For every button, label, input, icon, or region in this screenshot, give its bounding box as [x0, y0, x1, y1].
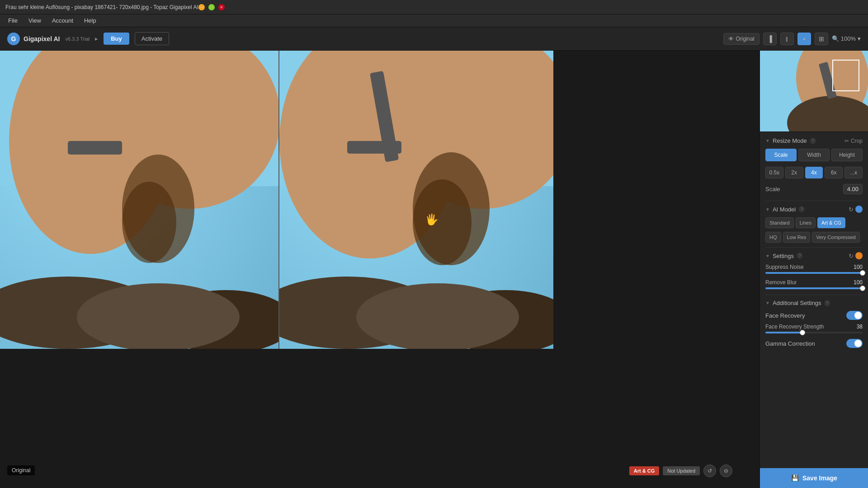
crop-button[interactable]: ✂ Crop: [844, 138, 863, 144]
divider-2: [765, 247, 863, 248]
remove-blur-thumb[interactable]: [860, 286, 865, 291]
canvas-before: [0, 51, 278, 349]
maximize-button[interactable]: □: [208, 4, 215, 10]
eye-icon: 👁: [728, 36, 734, 42]
ai-model-arrow[interactable]: ▼: [765, 207, 770, 212]
model-standard[interactable]: Standard: [765, 217, 794, 228]
app-version: v6.3.3 Trial: [65, 36, 90, 42]
ai-model-help[interactable]: ?: [798, 206, 805, 212]
original-label: Original: [736, 36, 754, 42]
menu-file[interactable]: File: [4, 15, 22, 26]
activate-button[interactable]: Activate: [135, 32, 169, 45]
thumbnail-viewport-box: [832, 60, 859, 91]
scale-4x[interactable]: 4x: [805, 167, 823, 178]
titlebar-title: Frau sehr kleine Auflösung - pixabay 186…: [5, 4, 198, 10]
ai-model-label: AI Model: [773, 206, 796, 213]
suppress-noise-slider[interactable]: [765, 272, 863, 274]
model-lines[interactable]: Lines: [796, 217, 816, 228]
menu-account[interactable]: Account: [47, 15, 78, 26]
quality-tab-group: HQ Low Res Very Compressed: [765, 232, 863, 243]
scale-tab-width[interactable]: Width: [798, 149, 830, 161]
compare-action-1[interactable]: ↺: [703, 465, 716, 477]
scale-2x[interactable]: 2x: [785, 167, 803, 178]
logo-icon: G: [7, 33, 20, 45]
right-panel: ▼ Resize Mode ? ✂ Crop Scale Width Heigh…: [760, 51, 868, 488]
save-image-button[interactable]: 💾 Save Image: [760, 468, 868, 488]
topbar: G Gigapixel AI v6.3.3 Trial ▸ Buy Activa…: [0, 27, 868, 51]
model-art-cg[interactable]: Art & CG: [817, 217, 845, 228]
gamma-correction-label: Gamma Correction: [765, 340, 815, 347]
remove-blur-label: Remove Blur: [765, 279, 797, 286]
canvas-after: [279, 51, 553, 349]
suppress-noise-value: 100: [854, 264, 863, 270]
face-recovery-row: Face Recovery: [765, 311, 863, 320]
face-recovery-strength-thumb[interactable]: [800, 330, 805, 335]
scale-input[interactable]: 4.00: [843, 184, 863, 194]
settings-section-header: ▼ Settings ? ↻: [765, 252, 863, 259]
after-image-svg: [279, 51, 553, 349]
after-image: [279, 51, 553, 349]
face-recovery-label: Face Recovery: [765, 312, 805, 319]
scale-tab-group: Scale Width Height: [765, 149, 863, 161]
before-image: [0, 51, 278, 349]
minimize-button[interactable]: ─: [198, 4, 205, 10]
close-button[interactable]: ✕: [218, 4, 225, 10]
additional-settings-help[interactable]: ?: [824, 300, 830, 306]
face-recovery-strength-slider[interactable]: [765, 332, 863, 333]
face-recovery-toggle-thumb: [854, 312, 862, 319]
svg-rect-5: [68, 141, 122, 155]
quality-very-compressed[interactable]: Very Compressed: [812, 232, 859, 243]
additional-settings-arrow[interactable]: ▼: [765, 300, 770, 305]
remove-blur-slider[interactable]: [765, 287, 863, 289]
face-recovery-strength-label-row: Face Recovery Strength 38: [765, 324, 863, 330]
crop-label: Crop: [851, 138, 863, 144]
scale-6x[interactable]: 6x: [825, 167, 843, 178]
resize-mode-label: Resize Mode: [773, 137, 807, 144]
suppress-noise-label: Suppress Noise: [765, 264, 804, 270]
menubar: File View Account Help: [0, 14, 868, 27]
zoom-level: 100%: [841, 35, 856, 42]
zoom-icon: 🔍: [832, 35, 839, 42]
buy-button[interactable]: Buy: [104, 33, 129, 45]
remove-blur-row: Remove Blur 100: [765, 279, 863, 289]
canvas-area[interactable]: 🖐 Original Art & CG Not Updated ↺ ⊖: [0, 51, 760, 488]
resize-mode-help[interactable]: ?: [810, 138, 816, 144]
quality-low-res[interactable]: Low Res: [783, 232, 811, 243]
divider-1: [765, 201, 863, 201]
settings-arrow[interactable]: ▼: [765, 253, 770, 258]
resize-mode-arrow[interactable]: ▼: [765, 138, 770, 143]
canvas-badges: Art & CG Not Updated ↺ ⊖: [629, 465, 732, 477]
fullscreen-button[interactable]: ⊞: [815, 33, 828, 45]
suppress-noise-thumb[interactable]: [860, 270, 865, 276]
canvas-original-label: Original: [7, 465, 35, 475]
face-recovery-strength-label: Face Recovery Strength: [765, 324, 824, 330]
menu-help[interactable]: Help: [80, 15, 101, 26]
menu-view[interactable]: View: [24, 15, 46, 26]
ai-model-section-header: ▼ AI Model ? ↻: [765, 206, 863, 213]
side-by-side-button[interactable]: ⫿: [780, 33, 794, 45]
gamma-correction-toggle[interactable]: [846, 339, 863, 348]
face-recovery-strength-value: 38: [857, 324, 863, 330]
split-view-button[interactable]: ▐: [763, 33, 777, 45]
scale-tab-scale[interactable]: Scale: [765, 149, 797, 161]
ai-model-refresh-icon[interactable]: ↻: [849, 206, 854, 213]
scale-custom[interactable]: ...x: [844, 167, 863, 178]
view-controls: 👁 Original ▐ ⫿ ▪ ⊞ 🔍 100% ▾: [723, 33, 861, 45]
scale-tab-height[interactable]: Height: [831, 149, 863, 161]
face-recovery-toggle[interactable]: [846, 311, 863, 320]
original-view-button[interactable]: 👁 Original: [723, 33, 759, 45]
split-line: [278, 51, 279, 349]
settings-help[interactable]: ?: [797, 253, 803, 259]
compare-action-2[interactable]: ⊖: [720, 465, 732, 477]
compare-button[interactable]: ▪: [797, 33, 811, 45]
quality-hq[interactable]: HQ: [765, 232, 781, 243]
titlebar-controls: ─ □ ✕: [198, 4, 225, 10]
ai-model-badge: Art & CG: [629, 466, 659, 475]
additional-settings-label: Additional Settings: [773, 300, 821, 306]
settings-refresh-icon[interactable]: ↻: [849, 253, 854, 259]
remove-blur-fill: [765, 287, 863, 289]
scale-0-5x[interactable]: 0.5x: [765, 167, 783, 178]
not-updated-badge: Not Updated: [663, 466, 700, 475]
scale-value-group: 0.5x 2x 4x 6x ...x: [765, 167, 863, 178]
zoom-control: 🔍 100% ▾: [832, 35, 861, 42]
